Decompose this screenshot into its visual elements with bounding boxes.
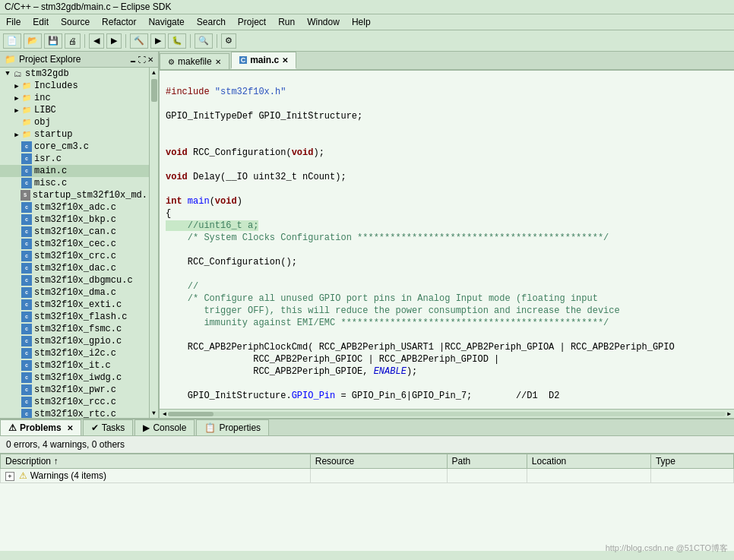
h-scrollbar-thumb[interactable] bbox=[168, 412, 214, 416]
new-btn[interactable]: 📄 bbox=[3, 33, 21, 49]
run-btn[interactable]: ▶ bbox=[150, 33, 166, 49]
tree-item-dma[interactable]: c stm32f10x_dma.c bbox=[0, 286, 149, 299]
code-editor[interactable]: #include "stm32f10x.h" GPIO_InitTypeDef … bbox=[160, 71, 734, 409]
tree-label-main: main.c bbox=[34, 166, 67, 176]
warning-icon: ⚠ bbox=[19, 470, 27, 481]
tree-item-gpio[interactable]: c stm32f10x_gpio.c bbox=[0, 335, 149, 347]
tab-problems-label: Problems bbox=[20, 422, 62, 433]
tree-item-bkp[interactable]: c stm32f10x_bkp.c bbox=[0, 214, 149, 226]
close-explorer-btn[interactable]: ✕ bbox=[147, 55, 153, 64]
tree-item-startup[interactable]: ▶ 📁 startup bbox=[0, 128, 149, 141]
tree-label-rcc: stm32f10x_rcc.c bbox=[34, 397, 116, 407]
warnings-location bbox=[527, 469, 650, 483]
tree-item-obj[interactable]: 📁 obj bbox=[0, 116, 149, 128]
expand-warnings-btn[interactable]: + bbox=[5, 472, 14, 481]
close-makefile-btn[interactable]: ✕ bbox=[215, 58, 221, 66]
tree-item-dac[interactable]: c stm32f10x_dac.c bbox=[0, 262, 149, 274]
build-btn[interactable]: 🔨 bbox=[130, 33, 148, 49]
tree-label-dbgmcu: stm32f10x_dbgmcu.c bbox=[34, 275, 133, 286]
menu-help[interactable]: Help bbox=[349, 16, 374, 28]
obj-icon: 📁 bbox=[21, 117, 32, 128]
file-icon-isr: c bbox=[21, 153, 32, 164]
menu-navigate[interactable]: Navigate bbox=[145, 16, 187, 28]
scrollbar-up[interactable]: ▲ bbox=[150, 68, 157, 78]
tree-item-pwr[interactable]: c stm32f10x_pwr.c bbox=[0, 384, 149, 396]
tab-main-c[interactable]: C main.c ✕ bbox=[231, 52, 297, 69]
tree-item-fsmc[interactable]: c stm32f10x_fsmc.c bbox=[0, 323, 149, 335]
tree-item-misc[interactable]: c misc.c bbox=[0, 177, 149, 189]
tree-item-inc[interactable]: ▶ 📁 inc bbox=[0, 92, 149, 104]
menu-search[interactable]: Search bbox=[194, 16, 229, 28]
tree-label-libc: LIBC bbox=[34, 105, 56, 115]
menu-edit[interactable]: Edit bbox=[30, 16, 52, 28]
expand-arrow-inc[interactable]: ▶ bbox=[12, 94, 21, 103]
expand-arrow-includes[interactable]: ▶ bbox=[12, 82, 21, 90]
tree-item-dbgmcu[interactable]: c stm32f10x_dbgmcu.c bbox=[0, 274, 149, 286]
code-content: #include "stm32f10x.h" GPIO_InitTypeDef … bbox=[160, 71, 734, 409]
tree-item-rtc[interactable]: c stm32f10x_rtc.c bbox=[0, 408, 149, 418]
menu-refactor[interactable]: Refactor bbox=[99, 16, 139, 28]
prev-btn[interactable]: ◀ bbox=[89, 33, 104, 49]
h-scroll-right[interactable]: ▶ bbox=[727, 410, 731, 417]
startup-icon: 📁 bbox=[21, 129, 32, 140]
menu-window[interactable]: Window bbox=[304, 16, 343, 28]
tree-item-exti[interactable]: c stm32f10x_exti.c bbox=[0, 299, 149, 311]
tree-item-crc[interactable]: c stm32f10x_crc.c bbox=[0, 250, 149, 262]
h-scroll-left[interactable]: ◀ bbox=[163, 410, 166, 417]
tree-item-isr[interactable]: c isr.c bbox=[0, 153, 149, 165]
minimize-btn[interactable]: 🗕 bbox=[129, 55, 137, 64]
close-main-c-btn[interactable]: ✕ bbox=[282, 56, 288, 65]
warnings-row[interactable]: + ⚠ Warnings (4 items) bbox=[1, 469, 734, 483]
tree-item-stm32gdb[interactable]: ▼ 🗂 stm32gdb bbox=[0, 68, 149, 80]
menu-project[interactable]: Project bbox=[235, 16, 269, 28]
tree-item-rcc[interactable]: c stm32f10x_rcc.c bbox=[0, 396, 149, 408]
menu-file[interactable]: File bbox=[3, 16, 24, 28]
scrollbar-thumb[interactable] bbox=[151, 79, 157, 102]
editor-area: ⚙ makefile ✕ C main.c ✕ #include "stm32f… bbox=[160, 52, 734, 418]
file-icon-rtc: c bbox=[21, 409, 32, 418]
search-btn[interactable]: 🔍 bbox=[195, 33, 213, 49]
project-explorer: 📁 Project Explore 🗕 ⛶ ✕ ▼ 🗂 stm32g bbox=[0, 52, 160, 418]
tree-item-includes[interactable]: ▶ 📁 Includes bbox=[0, 80, 149, 92]
menu-source[interactable]: Source bbox=[58, 16, 93, 28]
tree-item-iwdg[interactable]: c stm32f10x_iwdg.c bbox=[0, 372, 149, 384]
menu-run[interactable]: Run bbox=[275, 16, 298, 28]
expand-arrow-startup[interactable]: ▶ bbox=[12, 131, 21, 139]
expand-arrow-libc[interactable]: ▶ bbox=[12, 106, 21, 115]
tree-item-flash[interactable]: c stm32f10x_flash.c bbox=[0, 311, 149, 323]
tab-makefile[interactable]: ⚙ makefile ✕ bbox=[160, 53, 229, 69]
open-btn[interactable]: 📂 bbox=[24, 33, 42, 49]
print-btn[interactable]: 🖨 bbox=[65, 33, 81, 49]
next-btn[interactable]: ▶ bbox=[106, 33, 122, 49]
file-icon-crc: c bbox=[21, 251, 32, 261]
maximize-btn[interactable]: ⛶ bbox=[138, 55, 146, 64]
h-scrollbar-track[interactable] bbox=[168, 412, 726, 416]
warnings-type bbox=[650, 469, 733, 483]
tab-tasks[interactable]: ✔ Tasks bbox=[83, 419, 134, 435]
tree-item-startup-s[interactable]: S startup_stm32f10x_md. bbox=[0, 189, 149, 201]
tree-label-gpio: stm32f10x_gpio.c bbox=[34, 336, 122, 346]
tab-properties[interactable]: 📋 Properties bbox=[196, 419, 269, 435]
tree-item-i2c[interactable]: c stm32f10x_i2c.c bbox=[0, 347, 149, 359]
tree-item-core_cm3[interactable]: c core_cm3.c bbox=[0, 141, 149, 153]
tree-item-can[interactable]: c stm32f10x_can.c bbox=[0, 226, 149, 238]
tab-problems[interactable]: ⚠ Problems ✕ bbox=[0, 419, 81, 435]
expand-arrow[interactable]: ▼ bbox=[3, 70, 12, 78]
close-problems[interactable]: ✕ bbox=[67, 424, 73, 432]
save-btn[interactable]: 💾 bbox=[44, 33, 62, 49]
tree-label-dac: stm32f10x_dac.c bbox=[34, 263, 116, 274]
tree-item-main[interactable]: c main.c bbox=[0, 165, 149, 177]
debug-btn[interactable]: 🐛 bbox=[168, 33, 186, 49]
tree-item-cec[interactable]: c stm32f10x_cec.c bbox=[0, 238, 149, 250]
col-description: Description ↑ bbox=[1, 454, 311, 469]
tree-item-adc[interactable]: c stm32f10x_adc.c bbox=[0, 201, 149, 214]
tree-label-startup-s: startup_stm32f10x_md. bbox=[33, 190, 147, 201]
tree-item-libc[interactable]: ▶ 📁 LIBC bbox=[0, 104, 149, 116]
prefs-btn[interactable]: ⚙ bbox=[221, 33, 236, 49]
scrollbar-down[interactable]: ▼ bbox=[150, 408, 157, 418]
file-icon-can: c bbox=[21, 226, 32, 237]
tree-item-it[interactable]: c stm32f10x_it.c bbox=[0, 359, 149, 372]
bottom-area: ⚠ Problems ✕ ✔ Tasks ▶ Console 📋 Propert… bbox=[0, 418, 734, 551]
tab-main-c-label: main.c bbox=[250, 55, 279, 65]
tab-console[interactable]: ▶ Console bbox=[134, 419, 195, 435]
